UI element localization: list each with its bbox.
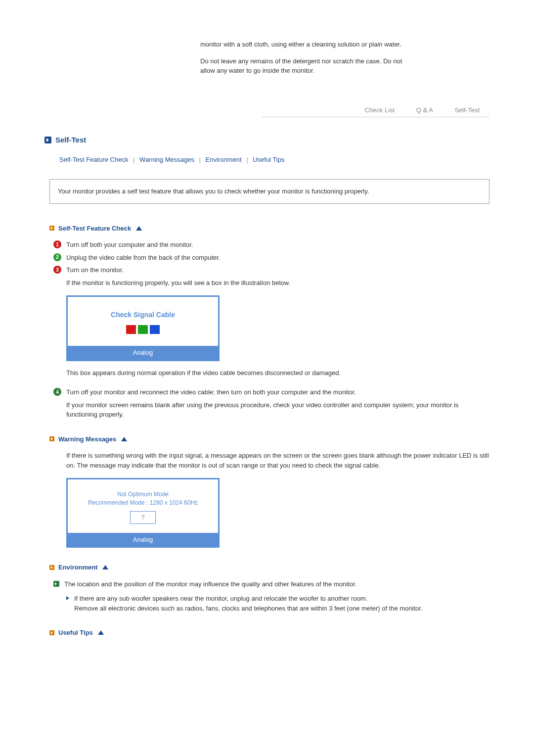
after-box-text: This box appears during normal operation… — [66, 368, 490, 378]
step-4-text: Turn off your monitor and reconnect the … — [66, 387, 490, 397]
optimum-q: ? — [130, 511, 156, 524]
step-4-detail: If your monitor screen remains blank aft… — [66, 400, 490, 420]
blue-square-icon — [150, 325, 160, 334]
optimum-line1: Not Optimum Mode — [76, 490, 210, 499]
step-2-text: Unplug the video cable from the back of … — [66, 253, 490, 263]
section-title: Self-Test — [55, 135, 86, 146]
env-bullet-1: The location and the position of the mon… — [64, 579, 490, 589]
anchor-links: Self-Test Feature Check | Warning Messag… — [59, 155, 490, 165]
step-1-text: Turn off both your computer and the moni… — [66, 240, 490, 250]
tabs-nav: Check List Q & A Self-Test — [44, 105, 490, 115]
bullet-icon — [49, 630, 54, 635]
environment-title: Environment — [58, 563, 97, 572]
intro-paragraph-1: monitor with a soft cloth, using either … — [200, 40, 408, 49]
info-box: Your monitor provides a self test featur… — [49, 179, 490, 204]
warning-text: If there is something wrong with the inp… — [66, 451, 490, 470]
self-test-title: Self-Test Feature Check — [58, 224, 131, 234]
check-signal-text: Check Signal Cable — [77, 310, 209, 320]
subsection-tips: Useful Tips — [49, 628, 490, 638]
warning-title: Warning Messages — [58, 434, 116, 444]
step-1-icon: 1 — [53, 240, 61, 248]
bullet-icon — [49, 565, 54, 570]
anchor-self-test[interactable]: Self-Test Feature Check — [59, 156, 128, 163]
tab-qa[interactable]: Q & A — [406, 105, 443, 115]
tab-check-list[interactable]: Check List — [355, 105, 405, 115]
bullet-icon — [49, 226, 54, 231]
step-4-icon: 4 — [53, 388, 61, 396]
subsection-warning: Warning Messages If there is something w… — [49, 434, 490, 548]
env-sub-1: If there are any sub woofer speakers nea… — [74, 594, 490, 613]
anchor-environment[interactable]: Environment — [206, 156, 242, 163]
up-arrow-icon[interactable] — [121, 437, 127, 441]
step-3-text: Turn on the monitor. — [66, 265, 490, 275]
tips-title: Useful Tips — [58, 628, 93, 638]
sub-arrow-icon — [66, 596, 69, 600]
up-arrow-icon[interactable] — [136, 226, 142, 231]
check-signal-box: Check Signal Cable Analog — [66, 295, 220, 361]
bullet-icon — [49, 436, 54, 441]
anchor-warning[interactable]: Warning Messages — [139, 156, 194, 163]
subsection-self-test: Self-Test Feature Check 1 Turn off both … — [49, 224, 490, 420]
up-arrow-icon[interactable] — [102, 565, 108, 569]
intro-paragraph-2: Do not leave any remains of the detergen… — [200, 56, 408, 76]
green-square-icon — [138, 325, 148, 334]
tab-self-test[interactable]: Self-Test — [445, 105, 490, 115]
green-bullet-icon — [53, 581, 59, 587]
anchor-tips[interactable]: Useful Tips — [253, 156, 284, 163]
up-arrow-icon[interactable] — [98, 630, 104, 635]
red-square-icon — [126, 325, 136, 334]
subsection-environment: Environment The location and the positio… — [49, 563, 490, 613]
step-2-icon: 2 — [53, 253, 61, 261]
section-arrow-icon — [44, 137, 51, 143]
tabs-underline — [262, 117, 490, 117]
optimum-mode-box: Not Optimum Mode Recommended Mode : 1280… — [66, 478, 220, 548]
step-3-detail: If the monitor is functioning properly, … — [66, 278, 490, 288]
optimum-line2: Recommended Mode : 1280 x 1024 60Hz — [76, 499, 210, 507]
signal-footer: Analog — [68, 346, 218, 360]
step-3-icon: 3 — [53, 266, 61, 274]
optimum-footer: Analog — [68, 533, 218, 547]
